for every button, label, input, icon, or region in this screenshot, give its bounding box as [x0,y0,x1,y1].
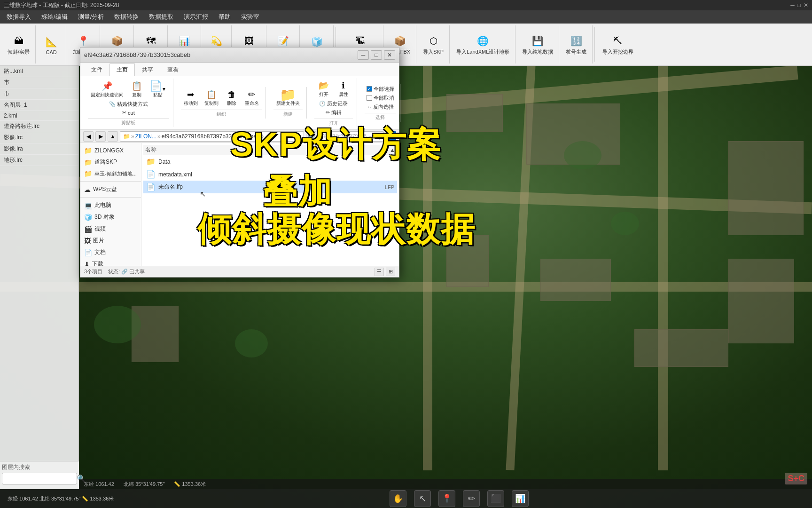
ribbon-btn-delete[interactable]: 🗑 删除 [222,88,241,108]
ribbon-btn-history[interactable]: 🕐 历史记录 [317,100,350,108]
organize-label: 组织 [181,110,262,118]
overlay-text-line3: 倾斜摄像现状数据 [197,207,476,252]
sidebar-file-imagery[interactable]: 影像.lrc [0,132,78,143]
ds-item-downloads[interactable]: ⬇ 下载 [80,258,141,266]
ribbon-btn-open[interactable]: 📂 打开 [314,79,333,99]
toolbar-group-landxml: 🌐 导入LandXML设计地形 [451,25,515,64]
watermark: S+C [785,473,807,484]
tool-pen-btn[interactable]: ✏ [463,490,480,507]
ribbon-btn-newfolder[interactable]: 📁 新建文件夹 [273,88,303,108]
sidebar-file-terrain[interactable]: 地形.lrc [0,155,78,166]
invertselect-label: 反向选择 [373,103,394,111]
ds-item-wps[interactable]: ☁ WPS云盘 [80,183,141,195]
ribbon-btn-cut[interactable]: ✂ cut [120,109,137,116]
ribbon-tab-home[interactable]: 主页 [109,64,135,76]
btn-puredata[interactable]: 💾 导入纯地数据 [519,32,556,57]
layer-search-input[interactable] [4,476,75,482]
ribbon-btn-paste[interactable]: 📄 ▼ 粘贴 [147,79,169,99]
nav-up-btn[interactable]: ▲ [108,131,118,142]
ribbon-tab-file[interactable]: 文件 [84,64,109,76]
ribbon-tab-view[interactable]: 查看 [160,64,186,76]
landxml-icon: 🌐 [476,33,491,48]
btn-cad[interactable]: 📐 CAD [39,33,63,56]
sidebar-file-city1[interactable]: 市 [0,77,78,88]
menu-measure[interactable]: 测量/分析 [73,12,109,22]
bottom-center-tools: ✋ ↖ 📍 ✏ ⬛ 📊 [390,490,529,507]
ribbon-btn-invertselect[interactable]: ↔ 反向选择 [365,103,396,111]
ribbon-btn-copyto[interactable]: 📋 复制到 [202,88,221,108]
ds-item-tilt2[interactable]: 📁 車玉-倾斜加铺地... [80,168,141,179]
pin-icon: 📌 [102,80,113,92]
nav-forward-btn[interactable]: ▶ [95,131,106,142]
status-detail-view-btn[interactable]: ⊞ [386,268,395,276]
sidebar-file-kml1[interactable]: 路...kml [0,66,78,77]
ribbon-btn-pin[interactable]: 📌 固定到快速访问 [88,79,126,99]
nav-back-btn[interactable]: ◀ [83,131,94,142]
sidebar-file-layer1[interactable]: 名图层_1 [0,100,78,111]
ribbon-btn-rename[interactable]: ✏ 重命名 [242,88,262,108]
ribbon-tabs: 文件 主页 共享 查看 [80,63,399,76]
tool-chart-btn[interactable]: 📊 [512,490,529,507]
menu-lab[interactable]: 实验室 [236,12,264,22]
dialog-titlebar: ef94c3a6279168b87397b330153cabeb ─ □ ✕ [80,48,399,63]
sidebar-file-roads[interactable]: 道路路标注.lrc [0,121,78,132]
tool-hand-btn[interactable]: ✋ [390,490,406,507]
btn-tilt-imagery[interactable]: 🏔 倾斜/实景 [5,32,32,57]
tool-pin-btn[interactable]: 📍 [438,490,455,507]
tilt-icon: 🏔 [11,33,26,48]
ribbon-btn-properties[interactable]: ℹ 属性 [334,79,353,99]
ds-item-zilonggx[interactable]: 📁 ZILONGGX [80,145,141,156]
menu-demo[interactable]: 演示汇报 [179,12,213,22]
kml-icon: 📍 [76,33,91,48]
properties-icon: ℹ [338,80,349,91]
dialog-maximize-btn[interactable]: □ [371,50,382,60]
status-list-view-btn[interactable]: ☰ [375,268,384,276]
ribbon-btn-copy[interactable]: 📋 复制 [127,79,146,99]
ds-item-video[interactable]: 🎬 视频 [80,223,141,235]
menu-data-import[interactable]: 数据导入 [2,12,36,22]
ds-item-3d[interactable]: 🧊 3D 对象 [80,211,141,223]
menu-data-extract[interactable]: 数据提取 [144,12,178,22]
ribbon-organize-row: ➡ 移动到 📋 复制到 🗑 删除 ✏ 重命名 [181,88,262,108]
ribbon-btn-edit[interactable]: ✏ 编辑 [324,109,344,117]
btn-marknumber[interactable]: 🔢 桩号生成 [563,32,589,57]
ribbon-tab-share[interactable]: 共享 [135,64,160,76]
dialog-close-btn[interactable]: ✕ [384,50,395,60]
title-bar: 三维数字地球 - 工程版 - 截止日期: 2025-09-28 ─ □ ✕ [0,0,812,10]
btn-opencutboundary[interactable]: ⛏ 导入开挖边界 [600,32,636,57]
skp-icon: ⬡ [426,33,441,48]
title-btn-max[interactable]: □ [797,2,801,8]
invertselect-icon: ↔ [367,104,372,110]
sidebar-file-city2[interactable]: 市 [0,88,78,100]
ribbon-btn-paste-shortcut[interactable]: 📎 粘贴快捷方式 [107,100,150,108]
ds-item-pictures[interactable]: 🖼 图片 [80,235,141,246]
tree3 [94,306,141,343]
dialog-statusbar: 3个项目 状态: 🔗 已共享 ☰ ⊞ [80,266,399,277]
menu-mark-edit[interactable]: 标绘/编辑 [37,12,72,22]
sidebar-file-kml2[interactable]: 2.kml [0,111,78,121]
ribbon-select-group: ✓ 全部选择 全部取消 ↔ 反向选择 选择 [361,84,400,122]
sidebar-file-img2[interactable]: 影像.lra [0,143,78,155]
copyto-icon: 📋 [206,89,217,100]
title-btn-close[interactable]: ✕ [804,2,808,8]
menu-data-convert[interactable]: 数据转换 [109,12,143,22]
ribbon-btn-moveto[interactable]: ➡ 移动到 [181,88,201,108]
ds-item-road[interactable]: 📁 道路SKP [80,156,141,168]
ds-item-thispc[interactable]: 💻 此电脑 [80,199,141,211]
tool-rect-btn[interactable]: ⬛ [487,490,504,507]
tool-arrow-btn[interactable]: ↖ [414,490,431,507]
paste-dropdown[interactable]: ▼ [162,87,166,92]
menu-help[interactable]: 帮助 [214,12,235,22]
coords-bar: 东经 1061.42 北纬 35°31'49.75" 📏 1353.36米 [79,479,812,489]
title-btn-min[interactable]: ─ [790,2,795,8]
btn-skp[interactable]: ⬡ 导入SKP [420,32,446,57]
ds-tilt2-label: 車玉-倾斜加铺地... [94,170,137,177]
ds-item-documents[interactable]: 📄 文档 [80,246,141,258]
nav-path-part1[interactable]: ZILON... [135,133,156,140]
dialog-minimize-btn[interactable]: ─ [358,50,369,60]
ribbon-btn-selectnone[interactable]: 全部取消 [365,94,396,102]
btn-landxml[interactable]: 🌐 导入LandXML设计地形 [453,32,512,57]
coord-elev-display: 📏 1353.36米 [174,481,206,488]
ribbon-btn-selectall[interactable]: ✓ 全部选择 [365,85,396,93]
chart-icon: 📊 [515,493,525,504]
